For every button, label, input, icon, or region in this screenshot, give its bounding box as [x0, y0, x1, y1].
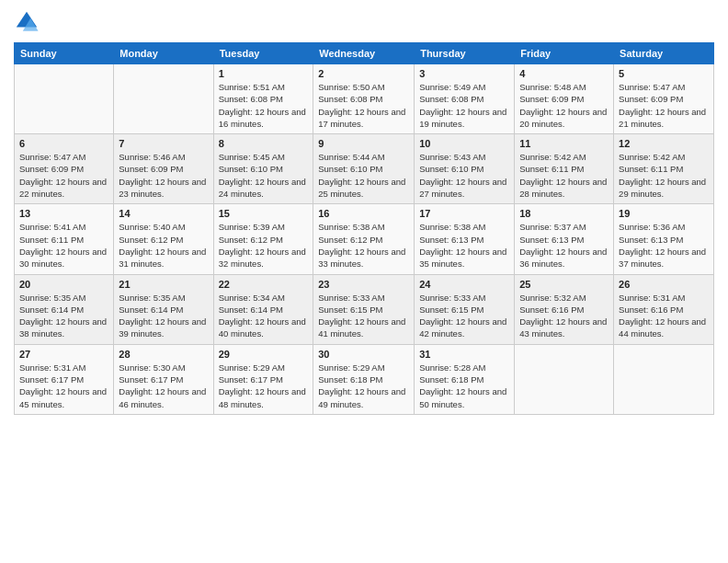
calendar-cell: 27Sunrise: 5:31 AMSunset: 6:17 PMDayligh… — [15, 344, 114, 414]
day-info: Sunrise: 5:33 AMSunset: 6:15 PMDaylight:… — [419, 292, 509, 340]
header-thursday: Thursday — [415, 43, 515, 64]
day-info: Sunrise: 5:30 AMSunset: 6:17 PMDaylight:… — [119, 362, 208, 410]
day-number: 13 — [19, 208, 108, 219]
calendar-cell — [614, 344, 714, 414]
calendar-cell: 25Sunrise: 5:32 AMSunset: 6:16 PMDayligh… — [515, 274, 614, 344]
day-info: Sunrise: 5:47 AMSunset: 6:09 PMDaylight:… — [619, 81, 709, 130]
day-info: Sunrise: 5:40 AMSunset: 6:12 PMDaylight:… — [119, 221, 208, 270]
week-row-3: 20Sunrise: 5:35 AMSunset: 6:14 PMDayligh… — [15, 274, 714, 344]
day-info: Sunrise: 5:51 AMSunset: 6:08 PMDaylight:… — [219, 81, 309, 130]
day-info: Sunrise: 5:38 AMSunset: 6:12 PMDaylight:… — [318, 221, 409, 270]
day-number: 30 — [318, 349, 409, 360]
day-info: Sunrise: 5:49 AMSunset: 6:08 PMDaylight:… — [419, 81, 509, 130]
calendar-cell: 11Sunrise: 5:42 AMSunset: 6:11 PMDayligh… — [515, 134, 614, 204]
day-number: 3 — [419, 68, 509, 79]
calendar-cell — [15, 64, 114, 134]
calendar-cell: 9Sunrise: 5:44 AMSunset: 6:10 PMDaylight… — [313, 134, 415, 204]
calendar-cell: 4Sunrise: 5:48 AMSunset: 6:09 PMDaylight… — [515, 64, 614, 134]
calendar-cell: 13Sunrise: 5:41 AMSunset: 6:11 PMDayligh… — [15, 204, 114, 274]
day-info: Sunrise: 5:46 AMSunset: 6:09 PMDaylight:… — [119, 151, 208, 200]
day-info: Sunrise: 5:42 AMSunset: 6:11 PMDaylight:… — [619, 151, 709, 200]
day-number: 8 — [219, 138, 309, 149]
calendar-cell: 23Sunrise: 5:33 AMSunset: 6:15 PMDayligh… — [313, 274, 415, 344]
day-info: Sunrise: 5:48 AMSunset: 6:09 PMDaylight:… — [519, 81, 609, 130]
day-info: Sunrise: 5:41 AMSunset: 6:11 PMDaylight:… — [19, 221, 108, 270]
calendar-cell: 26Sunrise: 5:31 AMSunset: 6:16 PMDayligh… — [614, 274, 714, 344]
calendar-cell: 20Sunrise: 5:35 AMSunset: 6:14 PMDayligh… — [15, 274, 114, 344]
day-number: 25 — [519, 279, 609, 290]
day-info: Sunrise: 5:31 AMSunset: 6:17 PMDaylight:… — [19, 362, 108, 410]
day-number: 15 — [219, 208, 309, 219]
calendar-cell: 19Sunrise: 5:36 AMSunset: 6:13 PMDayligh… — [614, 204, 714, 274]
calendar-cell: 18Sunrise: 5:37 AMSunset: 6:13 PMDayligh… — [515, 204, 614, 274]
calendar-cell: 6Sunrise: 5:47 AMSunset: 6:09 PMDaylight… — [15, 134, 114, 204]
calendar-cell: 12Sunrise: 5:42 AMSunset: 6:11 PMDayligh… — [614, 134, 714, 204]
header-friday: Friday — [515, 43, 614, 64]
day-number: 29 — [219, 349, 309, 360]
day-number: 7 — [119, 138, 208, 149]
day-info: Sunrise: 5:37 AMSunset: 6:13 PMDaylight:… — [519, 221, 609, 270]
day-number: 6 — [19, 138, 108, 149]
day-info: Sunrise: 5:50 AMSunset: 6:08 PMDaylight:… — [318, 81, 409, 130]
day-info: Sunrise: 5:38 AMSunset: 6:13 PMDaylight:… — [419, 221, 509, 270]
calendar-cell: 21Sunrise: 5:35 AMSunset: 6:14 PMDayligh… — [114, 274, 213, 344]
day-info: Sunrise: 5:33 AMSunset: 6:15 PMDaylight:… — [318, 292, 409, 340]
day-number: 21 — [119, 279, 208, 290]
calendar-table: SundayMondayTuesdayWednesdayThursdayFrid… — [14, 42, 714, 415]
day-number: 27 — [19, 349, 108, 360]
day-number: 4 — [519, 68, 609, 79]
day-info: Sunrise: 5:43 AMSunset: 6:10 PMDaylight:… — [419, 151, 509, 200]
calendar-page: SundayMondayTuesdayWednesdayThursdayFrid… — [0, 0, 728, 563]
day-number: 5 — [619, 68, 709, 79]
calendar-cell: 28Sunrise: 5:30 AMSunset: 6:17 PMDayligh… — [114, 344, 213, 414]
day-number: 31 — [419, 349, 509, 360]
calendar-header: SundayMondayTuesdayWednesdayThursdayFrid… — [15, 43, 714, 64]
day-number: 28 — [119, 349, 208, 360]
calendar-cell: 24Sunrise: 5:33 AMSunset: 6:15 PMDayligh… — [415, 274, 515, 344]
calendar-cell: 14Sunrise: 5:40 AMSunset: 6:12 PMDayligh… — [114, 204, 213, 274]
week-row-4: 27Sunrise: 5:31 AMSunset: 6:17 PMDayligh… — [15, 344, 714, 414]
calendar-cell: 2Sunrise: 5:50 AMSunset: 6:08 PMDaylight… — [313, 64, 415, 134]
calendar-cell: 15Sunrise: 5:39 AMSunset: 6:12 PMDayligh… — [213, 204, 313, 274]
day-info: Sunrise: 5:39 AMSunset: 6:12 PMDaylight:… — [219, 221, 309, 270]
day-number: 17 — [419, 208, 509, 219]
header-wednesday: Wednesday — [313, 43, 415, 64]
calendar-cell: 16Sunrise: 5:38 AMSunset: 6:12 PMDayligh… — [313, 204, 415, 274]
day-info: Sunrise: 5:34 AMSunset: 6:14 PMDaylight:… — [219, 292, 309, 340]
day-number: 22 — [219, 279, 309, 290]
day-number: 26 — [619, 279, 709, 290]
day-info: Sunrise: 5:44 AMSunset: 6:10 PMDaylight:… — [318, 151, 409, 200]
day-info: Sunrise: 5:28 AMSunset: 6:18 PMDaylight:… — [419, 362, 509, 410]
header-tuesday: Tuesday — [213, 43, 313, 64]
calendar-body: 1Sunrise: 5:51 AMSunset: 6:08 PMDaylight… — [15, 64, 714, 415]
header-saturday: Saturday — [614, 43, 714, 64]
day-info: Sunrise: 5:47 AMSunset: 6:09 PMDaylight:… — [19, 151, 108, 200]
header — [14, 9, 714, 35]
day-number: 10 — [419, 138, 509, 149]
day-number: 24 — [419, 279, 509, 290]
calendar-cell — [114, 64, 213, 134]
header-sunday: Sunday — [15, 43, 114, 64]
week-row-1: 6Sunrise: 5:47 AMSunset: 6:09 PMDaylight… — [15, 134, 714, 204]
day-info: Sunrise: 5:36 AMSunset: 6:13 PMDaylight:… — [619, 221, 709, 270]
week-row-2: 13Sunrise: 5:41 AMSunset: 6:11 PMDayligh… — [15, 204, 714, 274]
day-number: 1 — [219, 68, 309, 79]
day-number: 18 — [519, 208, 609, 219]
day-info: Sunrise: 5:29 AMSunset: 6:18 PMDaylight:… — [318, 362, 409, 410]
day-number: 2 — [318, 68, 409, 79]
day-number: 12 — [619, 138, 709, 149]
calendar-cell: 22Sunrise: 5:34 AMSunset: 6:14 PMDayligh… — [213, 274, 313, 344]
day-number: 16 — [318, 208, 409, 219]
day-number: 9 — [318, 138, 409, 149]
calendar-cell: 7Sunrise: 5:46 AMSunset: 6:09 PMDaylight… — [114, 134, 213, 204]
day-info: Sunrise: 5:32 AMSunset: 6:16 PMDaylight:… — [519, 292, 609, 340]
calendar-cell: 17Sunrise: 5:38 AMSunset: 6:13 PMDayligh… — [415, 204, 515, 274]
header-monday: Monday — [114, 43, 213, 64]
logo — [14, 9, 43, 35]
calendar-cell — [515, 344, 614, 414]
day-number: 14 — [119, 208, 208, 219]
day-number: 20 — [19, 279, 108, 290]
day-info: Sunrise: 5:35 AMSunset: 6:14 PMDaylight:… — [119, 292, 208, 340]
day-info: Sunrise: 5:42 AMSunset: 6:11 PMDaylight:… — [519, 151, 609, 200]
day-info: Sunrise: 5:31 AMSunset: 6:16 PMDaylight:… — [619, 292, 709, 340]
